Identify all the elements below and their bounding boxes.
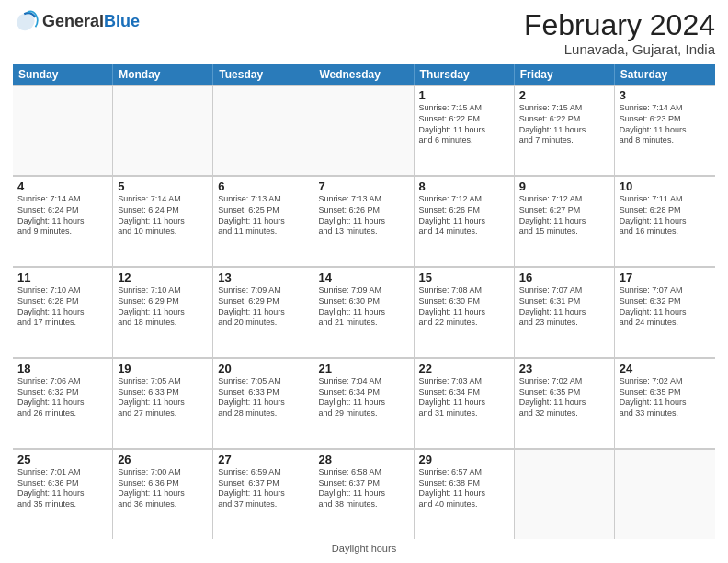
day-cell-5: 5Sunrise: 7:14 AM Sunset: 6:24 PM Daylig…	[113, 176, 213, 266]
day-cell-10: 10Sunrise: 7:11 AM Sunset: 6:28 PM Dayli…	[615, 176, 715, 266]
calendar-row-4: 18Sunrise: 7:06 AM Sunset: 6:32 PM Dayli…	[13, 358, 715, 449]
day-cell-27: 27Sunrise: 6:59 AM Sunset: 6:37 PM Dayli…	[213, 449, 313, 539]
empty-cell	[213, 85, 313, 175]
day-info: Sunrise: 7:05 AM Sunset: 6:33 PM Dayligh…	[118, 376, 208, 419]
day-info: Sunrise: 6:59 AM Sunset: 6:37 PM Dayligh…	[218, 467, 308, 511]
day-cell-28: 28Sunrise: 6:58 AM Sunset: 6:37 PM Dayli…	[313, 449, 414, 539]
day-number: 17	[620, 270, 711, 284]
day-info: Sunrise: 7:04 AM Sunset: 6:34 PM Dayligh…	[318, 376, 408, 419]
day-info: Sunrise: 7:10 AM Sunset: 6:29 PM Dayligh…	[118, 285, 208, 328]
day-number: 29	[419, 453, 509, 466]
title-block: February 2024 Lunavada, Gujarat, India	[524, 9, 715, 57]
day-info: Sunrise: 7:09 AM Sunset: 6:29 PM Dayligh…	[218, 285, 308, 328]
day-info: Sunrise: 7:06 AM Sunset: 6:32 PM Dayligh…	[17, 376, 108, 419]
day-info: Sunrise: 7:14 AM Sunset: 6:23 PM Dayligh…	[620, 103, 711, 146]
day-info: Sunrise: 7:07 AM Sunset: 6:31 PM Dayligh…	[519, 285, 609, 328]
day-number: 5	[118, 179, 208, 193]
day-cell-26: 26Sunrise: 7:00 AM Sunset: 6:36 PM Dayli…	[113, 449, 213, 539]
day-cell-24: 24Sunrise: 7:02 AM Sunset: 6:35 PM Dayli…	[615, 358, 715, 448]
day-number: 25	[17, 453, 108, 466]
day-info: Sunrise: 7:03 AM Sunset: 6:34 PM Dayligh…	[419, 376, 509, 419]
day-cell-20: 20Sunrise: 7:05 AM Sunset: 6:33 PM Dayli…	[213, 358, 313, 448]
day-cell-6: 6Sunrise: 7:13 AM Sunset: 6:25 PM Daylig…	[213, 176, 313, 266]
day-info: Sunrise: 7:09 AM Sunset: 6:30 PM Dayligh…	[318, 285, 408, 328]
calendar-page: GeneralBlue February 2024 Lunavada, Guja…	[0, 0, 728, 563]
calendar-header: SundayMondayTuesdayWednesdayThursdayFrid…	[13, 64, 715, 85]
day-cell-19: 19Sunrise: 7:05 AM Sunset: 6:33 PM Dayli…	[113, 358, 213, 448]
header-day-monday: Monday	[113, 64, 213, 85]
day-number: 3	[620, 88, 711, 102]
day-number: 22	[419, 362, 509, 375]
day-number: 19	[118, 362, 208, 375]
day-cell-11: 11Sunrise: 7:10 AM Sunset: 6:28 PM Dayli…	[13, 267, 113, 357]
empty-cell	[113, 85, 213, 175]
empty-cell	[313, 85, 414, 175]
day-cell-8: 8Sunrise: 7:12 AM Sunset: 6:26 PM Daylig…	[415, 176, 515, 266]
day-info: Sunrise: 7:02 AM Sunset: 6:35 PM Dayligh…	[519, 376, 609, 419]
day-info: Sunrise: 7:00 AM Sunset: 6:36 PM Dayligh…	[118, 467, 208, 511]
day-info: Sunrise: 7:13 AM Sunset: 6:26 PM Dayligh…	[318, 194, 408, 237]
logo-icon	[13, 9, 39, 35]
day-info: Sunrise: 7:08 AM Sunset: 6:30 PM Dayligh…	[419, 285, 509, 328]
day-cell-2: 2Sunrise: 7:15 AM Sunset: 6:22 PM Daylig…	[515, 85, 615, 175]
day-info: Sunrise: 6:57 AM Sunset: 6:38 PM Dayligh…	[419, 467, 509, 511]
calendar-row-5: 25Sunrise: 7:01 AM Sunset: 6:36 PM Dayli…	[13, 449, 715, 539]
day-cell-29: 29Sunrise: 6:57 AM Sunset: 6:38 PM Dayli…	[415, 449, 515, 539]
day-cell-14: 14Sunrise: 7:09 AM Sunset: 6:30 PM Dayli…	[313, 267, 414, 357]
day-number: 15	[419, 270, 509, 284]
month-title: February 2024	[524, 9, 715, 41]
day-cell-17: 17Sunrise: 7:07 AM Sunset: 6:32 PM Dayli…	[615, 267, 715, 357]
calendar: SundayMondayTuesdayWednesdayThursdayFrid…	[13, 64, 715, 539]
day-number: 2	[519, 88, 609, 102]
day-info: Sunrise: 7:12 AM Sunset: 6:26 PM Dayligh…	[419, 194, 509, 237]
footer-note: Daylight hours	[13, 543, 715, 554]
calendar-body: 1Sunrise: 7:15 AM Sunset: 6:22 PM Daylig…	[13, 85, 715, 539]
day-info: Sunrise: 7:14 AM Sunset: 6:24 PM Dayligh…	[17, 194, 108, 237]
page-header: GeneralBlue February 2024 Lunavada, Guja…	[13, 9, 715, 57]
day-cell-18: 18Sunrise: 7:06 AM Sunset: 6:32 PM Dayli…	[13, 358, 113, 448]
day-number: 21	[318, 362, 408, 375]
day-number: 6	[218, 179, 308, 193]
day-info: Sunrise: 7:15 AM Sunset: 6:22 PM Dayligh…	[519, 103, 609, 146]
header-day-tuesday: Tuesday	[213, 64, 313, 85]
day-info: Sunrise: 7:14 AM Sunset: 6:24 PM Dayligh…	[118, 194, 208, 237]
day-number: 23	[519, 362, 609, 375]
day-number: 10	[620, 179, 711, 193]
header-day-thursday: Thursday	[415, 64, 515, 85]
header-day-friday: Friday	[515, 64, 615, 85]
header-day-saturday: Saturday	[615, 64, 715, 85]
day-cell-12: 12Sunrise: 7:10 AM Sunset: 6:29 PM Dayli…	[113, 267, 213, 357]
calendar-row-2: 4Sunrise: 7:14 AM Sunset: 6:24 PM Daylig…	[13, 176, 715, 267]
empty-cell	[515, 449, 615, 539]
day-number: 27	[218, 453, 308, 466]
day-info: Sunrise: 7:12 AM Sunset: 6:27 PM Dayligh…	[519, 194, 609, 237]
day-number: 11	[17, 270, 108, 284]
day-number: 28	[318, 453, 408, 466]
calendar-row-1: 1Sunrise: 7:15 AM Sunset: 6:22 PM Daylig…	[13, 85, 715, 176]
day-info: Sunrise: 7:05 AM Sunset: 6:33 PM Dayligh…	[218, 376, 308, 419]
logo: GeneralBlue	[13, 9, 140, 35]
location-subtitle: Lunavada, Gujarat, India	[524, 41, 715, 57]
header-day-sunday: Sunday	[13, 64, 113, 85]
day-info: Sunrise: 7:10 AM Sunset: 6:28 PM Dayligh…	[17, 285, 108, 328]
day-cell-3: 3Sunrise: 7:14 AM Sunset: 6:23 PM Daylig…	[615, 85, 715, 175]
day-number: 26	[118, 453, 208, 466]
logo-text: GeneralBlue	[42, 13, 140, 31]
day-number: 1	[419, 88, 509, 102]
day-info: Sunrise: 6:58 AM Sunset: 6:37 PM Dayligh…	[318, 467, 408, 511]
day-info: Sunrise: 7:01 AM Sunset: 6:36 PM Dayligh…	[17, 467, 108, 511]
day-cell-16: 16Sunrise: 7:07 AM Sunset: 6:31 PM Dayli…	[515, 267, 615, 357]
day-cell-25: 25Sunrise: 7:01 AM Sunset: 6:36 PM Dayli…	[13, 449, 113, 539]
day-cell-7: 7Sunrise: 7:13 AM Sunset: 6:26 PM Daylig…	[313, 176, 414, 266]
day-number: 8	[419, 179, 509, 193]
day-number: 18	[17, 362, 108, 375]
day-number: 16	[519, 270, 609, 284]
day-number: 14	[318, 270, 408, 284]
day-cell-1: 1Sunrise: 7:15 AM Sunset: 6:22 PM Daylig…	[415, 85, 515, 175]
calendar-row-3: 11Sunrise: 7:10 AM Sunset: 6:28 PM Dayli…	[13, 267, 715, 358]
day-number: 9	[519, 179, 609, 193]
day-cell-22: 22Sunrise: 7:03 AM Sunset: 6:34 PM Dayli…	[415, 358, 515, 448]
empty-cell	[615, 449, 715, 539]
empty-cell	[13, 85, 113, 175]
day-cell-23: 23Sunrise: 7:02 AM Sunset: 6:35 PM Dayli…	[515, 358, 615, 448]
